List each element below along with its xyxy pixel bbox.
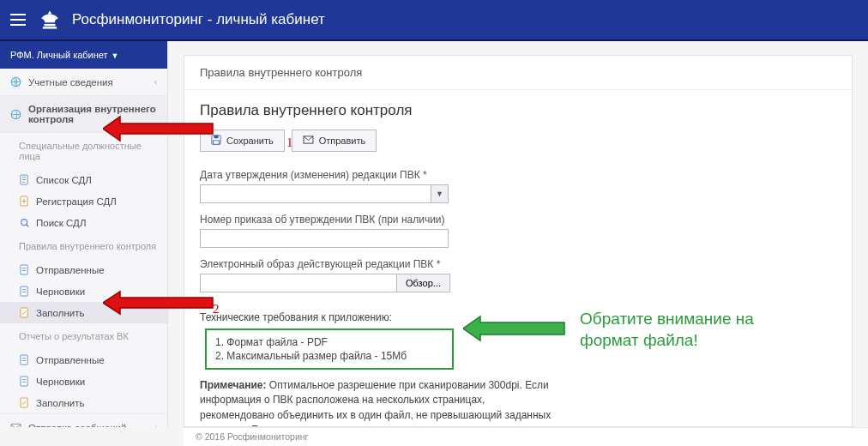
callout-line-1: Обратите внимание на <box>580 309 754 330</box>
field-label: Дата утверждения (изменения) редакции ПВ… <box>200 169 836 181</box>
sidebar-group-reports: Отчеты о результатах ВК <box>0 323 167 349</box>
field-file-upload: Электронный образ действующей редакции П… <box>200 258 836 292</box>
sidebar-item-search-sdl[interactable]: Поиск СДЛ <box>0 212 167 233</box>
sidebar-item-label: Отправленные <box>36 265 105 275</box>
main-area: Правила внутреннего контроля Правила вну… <box>168 41 868 427</box>
sidebar-label: Учетные сведения <box>28 77 113 87</box>
save-button[interactable]: Сохранить <box>200 130 285 152</box>
send-button[interactable]: Отправить <box>292 130 377 152</box>
globe-icon <box>10 76 21 87</box>
field-label: Номер приказа об утверждении ПВК (при на… <box>200 214 836 226</box>
doc-icon <box>19 174 30 185</box>
content-panel: Правила внутреннего контроля Правила вну… <box>184 55 853 427</box>
sidebar-item-label: Заполнить <box>36 398 84 408</box>
sidebar-item-label: Список СДЛ <box>36 175 92 185</box>
breadcrumb-label: РФМ. Личный кабинет <box>10 50 108 60</box>
svg-rect-5 <box>21 265 27 274</box>
doc-plus-icon <box>19 196 30 207</box>
sidebar-label: Организация внутреннего контроля <box>28 104 157 124</box>
doc-edit-icon <box>19 397 30 408</box>
breadcrumb-root[interactable]: РФМ. Личный кабинет▼ <box>0 41 167 69</box>
annotation-number-1: 1 <box>286 136 293 150</box>
doc-icon <box>19 354 30 365</box>
caret-down-icon: ▼ <box>112 51 119 60</box>
sidebar-item-fill-2[interactable]: Заполнить <box>0 392 167 413</box>
search-icon <box>19 217 30 228</box>
page-title: Правила внутреннего контроля <box>200 102 836 119</box>
envelope-icon <box>10 422 21 427</box>
doc-icon <box>19 376 30 387</box>
globe-icon <box>10 109 21 120</box>
sidebar-section-send[interactable]: Отправка сообщений ‹ <box>0 413 167 427</box>
date-dropdown-button[interactable]: ▼ <box>431 184 449 203</box>
note-bold: Примечание: <box>200 379 267 391</box>
callout-line-2: формат файла! <box>580 330 754 352</box>
doc-edit-icon <box>19 307 30 318</box>
sidebar-item-sent-2[interactable]: Отправленные <box>0 349 167 371</box>
file-path-input[interactable] <box>200 274 397 292</box>
app-title: Росфинмониторинг - личный кабинет <box>72 11 325 28</box>
requirement-2: 2. Максимальный размер файла - 15Мб <box>215 349 443 363</box>
svg-rect-13 <box>214 136 218 138</box>
svg-rect-9 <box>21 377 27 386</box>
note-text: Примечание: Оптимальное разрешение при с… <box>200 378 560 427</box>
sidebar-item-drafts-2[interactable]: Черновики <box>0 371 167 392</box>
sidebar-item-label: Заполнить <box>36 308 84 318</box>
sidebar-item-drafts[interactable]: Черновики <box>0 280 167 302</box>
doc-icon <box>19 286 30 297</box>
sidebar-item-sent[interactable]: Отправленные <box>0 259 167 280</box>
field-order-number: Номер приказа об утверждении ПВК (при на… <box>200 214 836 248</box>
annotation-callout: Обратите внимание на формат файла! <box>580 309 754 351</box>
sidebar-group-special: Специальные должностные лица <box>0 133 167 169</box>
sidebar-item-label: Отправленные <box>36 355 105 365</box>
save-icon <box>211 135 221 147</box>
svg-rect-14 <box>214 141 220 144</box>
doc-icon <box>19 264 30 275</box>
sidebar-group-pvk: Правила внутреннего контроля <box>0 233 167 259</box>
sidebar-item-reg-sdl[interactable]: Регистрация СДЛ <box>0 190 167 212</box>
button-label: Сохранить <box>226 136 274 146</box>
field-approval-date: Дата утверждения (изменения) редакции ПВ… <box>200 169 836 203</box>
sidebar-item-label: Регистрация СДЛ <box>36 196 117 207</box>
sidebar: РФМ. Личный кабинет▼ Учетные сведения ‹ … <box>0 41 168 427</box>
sidebar-item-list-sdl[interactable]: Список СДЛ <box>0 169 167 190</box>
field-label: Электронный образ действующей редакции П… <box>200 258 836 270</box>
button-label: Отправить <box>319 136 366 146</box>
copyright: © 2016 Росфинмониторинг <box>196 431 308 442</box>
sidebar-section-account[interactable]: Учетные сведения ‹ <box>0 69 167 96</box>
sidebar-item-fill[interactable]: Заполнить <box>0 302 167 323</box>
order-number-input[interactable] <box>200 229 449 248</box>
requirements-box: 1. Формат файла - PDF 2. Максимальный ра… <box>205 328 454 370</box>
sidebar-item-label: Черновики <box>36 377 85 387</box>
sidebar-section-org-control[interactable]: Организация внутреннего контроля <box>0 96 167 133</box>
top-bar: Росфинмониторинг - личный кабинет <box>0 0 868 41</box>
browse-button[interactable]: Обзор... <box>397 274 450 292</box>
svg-rect-8 <box>21 355 27 365</box>
svg-rect-6 <box>21 286 27 296</box>
emblem-icon <box>38 8 62 32</box>
menu-icon[interactable] <box>10 14 26 26</box>
sidebar-label: Отправка сообщений <box>28 423 126 428</box>
svg-point-4 <box>21 219 27 225</box>
chevron-left-icon: ‹ <box>154 423 157 427</box>
chevron-left-icon: ‹ <box>154 77 157 87</box>
footer: © 2016 Росфинмониторинг <box>184 427 868 446</box>
date-input[interactable] <box>200 184 431 203</box>
sidebar-item-label: Черновики <box>36 286 85 297</box>
requirement-1: 1. Формат файла - PDF <box>215 335 443 349</box>
sidebar-item-label: Поиск СДЛ <box>36 218 86 228</box>
envelope-icon <box>303 136 314 146</box>
annotation-number-2: 2 <box>213 302 220 316</box>
panel-breadcrumb: Правила внутреннего контроля <box>184 56 852 90</box>
